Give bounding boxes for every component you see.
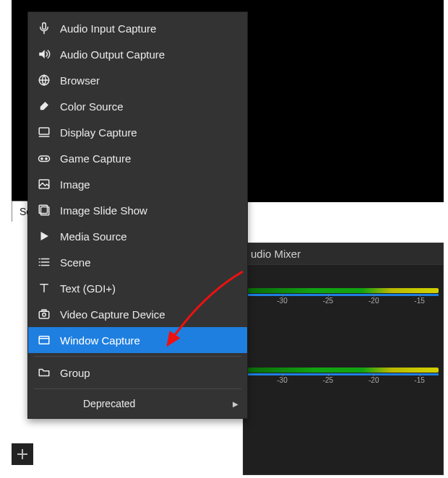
- menu-item-audio-output-capture[interactable]: Audio Output Capture: [28, 41, 247, 67]
- meter-track-1: -30 -25 -20 -15: [248, 272, 439, 318]
- tick-label: -20: [363, 376, 384, 384]
- menu-item-label: Group: [60, 367, 90, 379]
- plus-icon: [17, 448, 28, 460]
- menu-item-group[interactable]: Group: [28, 360, 247, 386]
- svg-rect-20: [42, 310, 46, 311]
- menu-item-label: Game Capture: [60, 152, 131, 165]
- slideshow-icon: [37, 203, 51, 217]
- menu-item-video-capture-device[interactable]: Video Capture Device: [28, 301, 247, 327]
- menu-item-label: Display Capture: [60, 126, 137, 139]
- menu-separator: [34, 388, 241, 389]
- meter-baseline: [248, 294, 439, 296]
- menu-item-text-gdi[interactable]: Text (GDI+): [28, 275, 247, 301]
- tick-label: -15: [409, 297, 431, 305]
- tick-label: -15: [409, 376, 431, 384]
- menu-item-browser[interactable]: Browser: [28, 67, 247, 93]
- menu-item-media-source[interactable]: Media Source: [28, 223, 247, 249]
- speaker-icon: [37, 47, 51, 61]
- folder-icon: [37, 365, 51, 380]
- mic-icon: [37, 21, 51, 35]
- menu-item-image[interactable]: Image: [28, 171, 247, 197]
- add-source-context-menu[interactable]: Audio Input CaptureAudio Output CaptureB…: [27, 12, 248, 419]
- window-icon: [37, 333, 51, 347]
- brush-icon: [37, 99, 51, 113]
- menu-item-audio-input-capture[interactable]: Audio Input Capture: [28, 15, 247, 41]
- menu-item-label: Window Capture: [60, 334, 140, 347]
- menu-item-label: Audio Output Capture: [60, 48, 165, 61]
- blank-icon: [60, 396, 74, 411]
- meter-ticks: -30 -25 -20 -15: [248, 297, 439, 313]
- play-icon: [37, 229, 51, 243]
- meter-bar: [248, 368, 439, 373]
- meter-bar: [248, 288, 439, 293]
- menu-item-window-capture[interactable]: Window Capture: [28, 327, 247, 353]
- menu-item-label: Deprecated: [83, 398, 135, 409]
- menu-item-label: Browser: [60, 74, 100, 87]
- svg-rect-21: [39, 336, 49, 344]
- add-source-button[interactable]: [12, 443, 33, 465]
- tick-label: -30: [272, 376, 293, 384]
- svg-point-6: [41, 158, 43, 160]
- menu-item-label: Video Capture Device: [60, 308, 165, 321]
- globe-icon: [37, 73, 51, 87]
- menu-item-label: Audio Input Capture: [60, 22, 156, 35]
- tick-label: -30: [272, 297, 293, 305]
- audio-mixer-panel: udio Mixer -30 -25 -20 -15 -30 -25 -20 -…: [243, 243, 444, 475]
- tick-label: -20: [363, 297, 384, 305]
- list-icon: [37, 255, 51, 269]
- text-icon: [37, 281, 51, 295]
- svg-point-19: [43, 313, 46, 317]
- menu-separator: [34, 356, 241, 357]
- svg-rect-3: [39, 128, 49, 134]
- menu-item-display-capture[interactable]: Display Capture: [28, 119, 247, 145]
- menu-item-label: Text (GDI+): [60, 282, 116, 295]
- svg-rect-18: [39, 311, 49, 318]
- menu-item-label: Image: [60, 178, 90, 191]
- menu-item-scene[interactable]: Scene: [28, 249, 247, 275]
- menu-item-color-source[interactable]: Color Source: [28, 93, 247, 119]
- meter-track-2: -30 -25 -20 -15: [248, 352, 439, 398]
- menu-item-game-capture[interactable]: Game Capture: [28, 145, 247, 171]
- image-icon: [37, 177, 51, 191]
- gamepad-icon: [37, 151, 51, 165]
- menu-item-image-slide-show[interactable]: Image Slide Show: [28, 197, 247, 223]
- menu-item-label: Scene: [60, 256, 91, 269]
- svg-rect-5: [39, 156, 50, 162]
- svg-marker-11: [41, 232, 49, 240]
- meter-ticks: -30 -25 -20 -15: [248, 376, 439, 392]
- menu-item-label: Media Source: [60, 230, 127, 243]
- svg-marker-1: [39, 50, 45, 58]
- menu-item-label: Color Source: [60, 100, 124, 113]
- tick-label: -25: [317, 376, 339, 384]
- audio-mixer-title: udio Mixer: [244, 243, 443, 265]
- monitor-icon: [37, 125, 51, 139]
- tick-label: -25: [317, 297, 339, 305]
- svg-point-7: [46, 158, 47, 160]
- menu-item-label: Image Slide Show: [60, 204, 147, 217]
- chevron-right-icon: ▶: [233, 400, 238, 408]
- meter-baseline: [248, 373, 439, 375]
- menu-item-deprecated[interactable]: Deprecated▶: [28, 392, 247, 415]
- camera-icon: [37, 307, 51, 321]
